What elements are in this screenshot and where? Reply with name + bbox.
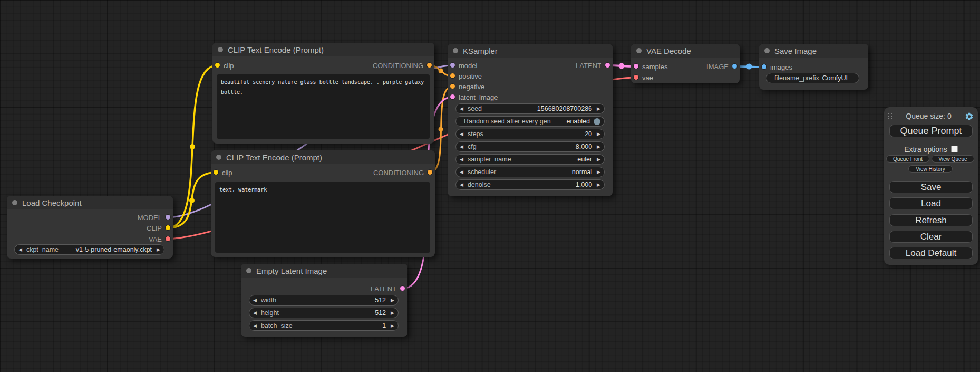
load-default-button[interactable]: Load Default xyxy=(889,247,973,259)
node-title: Load Checkpoint xyxy=(22,198,82,207)
decrement-arrow-icon[interactable]: ◀ xyxy=(460,106,463,111)
refresh-button[interactable]: Refresh xyxy=(889,214,973,226)
increment-arrow-icon[interactable]: ▶ xyxy=(597,131,600,137)
model-input-dot[interactable] xyxy=(450,63,455,68)
decrement-arrow-icon[interactable]: ◀ xyxy=(460,182,463,187)
filename-prefix-widget[interactable]: filename_prefix ComfyUI xyxy=(766,73,859,83)
seed-widget[interactable]: ◀ seed 156680208700286 ▶ xyxy=(455,103,605,114)
latent-output-dot[interactable] xyxy=(400,286,405,291)
view-history-button[interactable]: View History xyxy=(908,165,953,173)
node-titlebar[interactable]: VAE Decode xyxy=(631,44,740,58)
latent-output-dot[interactable] xyxy=(605,63,610,68)
sampler-name-widget[interactable]: ◀ sampler_name euler ▶ xyxy=(455,154,605,165)
latent-image-input-dot[interactable] xyxy=(450,94,455,99)
decrement-arrow-icon[interactable]: ◀ xyxy=(18,247,22,252)
view-queue-button[interactable]: View Queue xyxy=(932,155,974,163)
queue-front-button[interactable]: Queue Front xyxy=(886,155,929,163)
clip-output-dot[interactable] xyxy=(166,225,170,230)
node-vae-decode[interactable]: VAE Decode samples IMAGE vae xyxy=(631,44,740,83)
node-titlebar[interactable]: CLIP Text Encode (Prompt) xyxy=(211,150,435,164)
increment-arrow-icon[interactable]: ▶ xyxy=(597,106,600,111)
node-clip-text-encode-positive[interactable]: CLIP Text Encode (Prompt) clip CONDITION… xyxy=(212,43,434,144)
node-clip-text-encode-negative[interactable]: CLIP Text Encode (Prompt) clip CONDITION… xyxy=(211,150,435,257)
collapse-dot-icon[interactable] xyxy=(218,47,223,52)
conditioning-output-dot[interactable] xyxy=(428,170,432,175)
link-dot xyxy=(439,69,443,73)
node-load-checkpoint[interactable]: Load Checkpoint MODEL CLIP VAE ◀ ckpt_na… xyxy=(7,196,173,259)
prompt-text-area[interactable]: text, watermark xyxy=(215,182,430,253)
increment-arrow-icon[interactable]: ▶ xyxy=(391,310,394,316)
save-button[interactable]: Save xyxy=(889,181,973,193)
increment-arrow-icon[interactable]: ▶ xyxy=(597,157,600,162)
node-ksampler[interactable]: KSampler model LATENT positive negative … xyxy=(448,44,613,196)
node-titlebar[interactable]: Save Image xyxy=(759,44,868,58)
decrement-arrow-icon[interactable]: ◀ xyxy=(253,298,257,303)
positive-input-dot[interactable] xyxy=(450,73,455,78)
drag-handle-icon[interactable] xyxy=(888,113,892,120)
samples-input-dot[interactable] xyxy=(634,64,638,69)
batch-size-widget[interactable]: ◀ batch_size 1 ▶ xyxy=(249,320,399,331)
denoise-widget[interactable]: ◀ denoise 1.000 ▶ xyxy=(455,179,605,190)
prompt-text-area[interactable]: beautiful scenery nature glass bottle la… xyxy=(217,74,430,139)
cfg-widget[interactable]: ◀ cfg 8.000 ▶ xyxy=(455,141,605,152)
increment-arrow-icon[interactable]: ▶ xyxy=(597,182,600,187)
link-dot xyxy=(190,144,195,149)
collapse-dot-icon[interactable] xyxy=(12,200,17,205)
collapse-dot-icon[interactable] xyxy=(453,48,458,53)
increment-arrow-icon[interactable]: ▶ xyxy=(391,323,394,328)
extra-options-checkbox[interactable] xyxy=(951,146,958,152)
vae-input-dot[interactable] xyxy=(634,75,638,80)
ckpt-name-widget[interactable]: ◀ ckpt_name v1-5-pruned-emaonly.ckpt ▶ xyxy=(14,244,164,255)
node-titlebar[interactable]: CLIP Text Encode (Prompt) xyxy=(212,43,434,56)
width-widget[interactable]: ◀ width 512 ▶ xyxy=(249,295,399,306)
collapse-dot-icon[interactable] xyxy=(216,155,221,160)
images-input-dot[interactable] xyxy=(762,64,766,69)
input-slot-images: images xyxy=(759,62,868,72)
collapse-dot-icon[interactable] xyxy=(764,48,770,53)
increment-arrow-icon[interactable]: ▶ xyxy=(157,247,160,252)
scheduler-widget[interactable]: ◀ scheduler normal ▶ xyxy=(455,167,605,177)
increment-arrow-icon[interactable]: ▶ xyxy=(391,298,394,303)
slot-row: clip CONDITIONING xyxy=(211,167,435,178)
node-save-image[interactable]: Save Image images filename_prefix ComfyU… xyxy=(759,44,868,90)
node-titlebar[interactable]: KSampler xyxy=(448,44,613,58)
random-seed-widget[interactable]: Random seed after every gen enabled xyxy=(455,116,605,127)
link-dot xyxy=(439,127,443,132)
decrement-arrow-icon[interactable]: ◀ xyxy=(460,144,463,149)
queue-size-label: Queue size: 0 xyxy=(892,112,965,120)
increment-arrow-icon[interactable]: ▶ xyxy=(597,169,600,175)
steps-widget[interactable]: ◀ steps 20 ▶ xyxy=(455,129,605,139)
queue-prompt-button[interactable]: Queue Prompt xyxy=(889,125,973,137)
node-empty-latent-image[interactable]: Empty Latent Image LATENT ◀ width 512 ▶ … xyxy=(241,264,407,337)
decrement-arrow-icon[interactable]: ◀ xyxy=(460,131,463,137)
clip-input-dot[interactable] xyxy=(214,170,218,175)
load-button[interactable]: Load xyxy=(889,197,973,209)
clear-button[interactable]: Clear xyxy=(889,231,973,243)
conditioning-output-dot[interactable] xyxy=(427,63,432,68)
toggle-circle-icon[interactable] xyxy=(594,118,600,125)
clip-input-dot[interactable] xyxy=(215,63,220,68)
slot-row: clip CONDITIONING xyxy=(212,60,434,71)
decrement-arrow-icon[interactable]: ◀ xyxy=(253,310,257,316)
extra-options-row: Extra options xyxy=(884,145,978,153)
negative-input-dot[interactable] xyxy=(450,84,455,89)
height-widget[interactable]: ◀ height 512 ▶ xyxy=(249,308,399,318)
node-title: Save Image xyxy=(774,46,817,55)
node-titlebar[interactable]: Empty Latent Image xyxy=(241,264,407,278)
queue-panel-header: Queue size: 0 xyxy=(888,110,974,122)
collapse-dot-icon[interactable] xyxy=(636,48,642,53)
increment-arrow-icon[interactable]: ▶ xyxy=(597,144,600,149)
decrement-arrow-icon[interactable]: ◀ xyxy=(253,323,257,328)
node-titlebar[interactable]: Load Checkpoint xyxy=(7,196,173,209)
model-output-dot[interactable] xyxy=(166,215,170,220)
decrement-arrow-icon[interactable]: ◀ xyxy=(460,169,463,175)
collapse-dot-icon[interactable] xyxy=(246,268,251,273)
node-graph-canvas[interactable]: Load Checkpoint MODEL CLIP VAE ◀ ckpt_na… xyxy=(0,0,980,372)
gear-icon[interactable] xyxy=(965,112,974,121)
node-title: Empty Latent Image xyxy=(256,266,327,275)
vae-output-dot[interactable] xyxy=(166,236,170,241)
input-slot-positive: positive xyxy=(448,71,613,81)
image-output-dot[interactable] xyxy=(732,64,737,69)
decrement-arrow-icon[interactable]: ◀ xyxy=(460,157,463,162)
input-slot-negative: negative xyxy=(448,81,613,92)
